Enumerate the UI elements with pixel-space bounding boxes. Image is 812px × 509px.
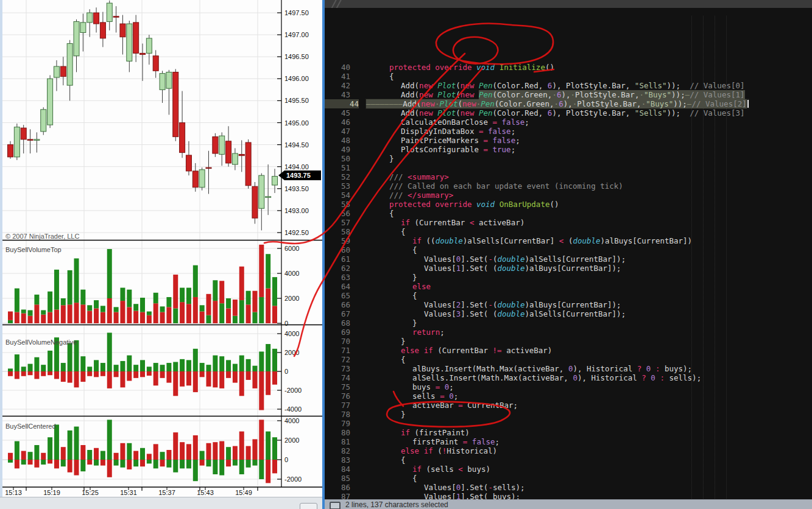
line-number[interactable]: 41 xyxy=(325,72,350,81)
code-line-42[interactable]: 42Add(new Plot(new Pen(Color.Red, 6), Pl… xyxy=(325,81,812,90)
code-line-62[interactable]: 62Values[1].Set( (double)alBuys[CurrentB… xyxy=(325,264,812,273)
line-number[interactable]: 53 xyxy=(325,181,350,191)
line-number[interactable]: 69 xyxy=(325,328,350,337)
code-line-55[interactable]: 55protected override void OnBarUpdate() xyxy=(325,200,812,209)
line-number[interactable]: 87 xyxy=(325,492,350,499)
line-number[interactable]: 55 xyxy=(325,200,350,209)
line-number[interactable]: 77 xyxy=(325,401,350,410)
code-line-47[interactable]: 47DisplayInDataBox = false; xyxy=(325,127,812,136)
code-line-68[interactable]: 68} xyxy=(325,318,812,328)
code-line-67[interactable]: 67Values[3].Set( (double)alSells[Current… xyxy=(325,309,812,318)
code-line-80[interactable]: 80if (firstPaint) xyxy=(325,428,812,437)
line-number[interactable]: 57 xyxy=(325,218,350,227)
code-line-64[interactable]: 64else xyxy=(325,282,812,291)
line-number[interactable]: 86 xyxy=(325,483,350,492)
line-number[interactable]: 54 xyxy=(325,191,350,200)
code-line-71[interactable]: 71else if (CurrentBar != activeBar) xyxy=(325,346,812,355)
line-number[interactable]: 76 xyxy=(325,391,350,401)
line-number[interactable]: 46 xyxy=(325,118,350,127)
line-number[interactable]: 75 xyxy=(325,382,350,391)
code-line-63[interactable]: 63} xyxy=(325,273,812,282)
code-line-82[interactable]: 82else if (!Historical) xyxy=(325,446,812,455)
line-number[interactable]: 64 xyxy=(325,282,350,291)
code-line-58[interactable]: 58{ xyxy=(325,227,812,236)
chart-window[interactable]: 1497.501497.001496.501496.001495.501495.… xyxy=(0,0,322,509)
code-line-87[interactable]: 87Values[1].Set( buys); xyxy=(325,492,812,499)
code-line-57[interactable]: 57if (CurrentBar < activeBar) xyxy=(325,218,812,227)
line-number[interactable]: 40 xyxy=(325,63,350,72)
code-line-78[interactable]: 78} xyxy=(325,410,812,419)
line-number[interactable]: 73 xyxy=(325,364,350,373)
line-number[interactable]: 56 xyxy=(325,209,350,218)
line-number[interactable]: 60 xyxy=(325,245,350,254)
line-number[interactable]: 50 xyxy=(325,154,350,163)
code-editor-window[interactable]: 40protected override void Initialize()41… xyxy=(325,0,812,509)
code-line-74[interactable]: 74alSells.Insert(Math.Max(activeBar, 0),… xyxy=(325,373,812,382)
code-line-50[interactable]: 50} xyxy=(325,154,812,163)
line-number[interactable]: 66 xyxy=(325,300,350,309)
line-number[interactable]: 58 xyxy=(325,227,350,236)
code-line-65[interactable]: 65{ xyxy=(325,291,812,300)
line-number[interactable]: 72 xyxy=(325,355,350,364)
code-line-45[interactable]: 45Add(new Plot(new Pen(Color.Red, 6), Pl… xyxy=(325,108,812,118)
line-number[interactable]: 85 xyxy=(325,474,350,483)
code-line-83[interactable]: 83{ xyxy=(325,455,812,465)
code-line-46[interactable]: 46CalculateOnBarClose = false; xyxy=(325,118,812,127)
code-line-59[interactable]: 59if ((double)alSells[CurrentBar] < (dou… xyxy=(325,236,812,245)
line-number[interactable]: 71 xyxy=(325,346,350,355)
code-line-72[interactable]: 72{ xyxy=(325,355,812,364)
line-number[interactable]: 74 xyxy=(325,373,350,382)
line-number[interactable]: 83 xyxy=(325,455,350,465)
line-number[interactable]: 61 xyxy=(325,254,350,264)
line-number[interactable]: 59 xyxy=(325,236,350,245)
line-number[interactable]: 45 xyxy=(325,108,350,118)
line-number[interactable]: 70 xyxy=(325,337,350,346)
code-line-73[interactable]: 73alBuys.Insert(Math.Max(activeBar, 0), … xyxy=(325,364,812,373)
code-line-81[interactable]: 81firstPaint = false; xyxy=(325,437,812,446)
partial-button[interactable] xyxy=(300,503,317,509)
line-number[interactable]: 84 xyxy=(325,465,350,474)
code-line-43[interactable]: 43Add(new Plot(new Pen(Color.Green,·6),·… xyxy=(325,90,812,99)
line-number[interactable]: 51 xyxy=(325,163,350,172)
line-number[interactable]: 65 xyxy=(325,291,350,300)
price-volume-chart[interactable]: 1497.501497.001496.501496.001495.501495.… xyxy=(0,0,322,497)
code-line-40[interactable]: 40protected override void Initialize() xyxy=(325,63,812,72)
code-line-49[interactable]: 49PlotsConfigurable = true; xyxy=(325,145,812,154)
code-line-79[interactable]: 79 xyxy=(325,419,812,428)
line-number[interactable]: 68 xyxy=(325,318,350,328)
code-lines[interactable]: 40protected override void Initialize()41… xyxy=(325,63,812,499)
line-number[interactable]: 43 xyxy=(325,90,350,99)
code-line-84[interactable]: 84if (sells < buys) xyxy=(325,465,812,474)
code-line-48[interactable]: 48PaintPriceMarkers = false; xyxy=(325,136,812,145)
code-line-51[interactable]: 51 xyxy=(325,163,812,172)
code-line-76[interactable]: 76sells = 0; xyxy=(325,391,812,401)
code-line-75[interactable]: 75buys = 0; xyxy=(325,382,812,391)
code-line-54[interactable]: 54/// </summary> xyxy=(325,191,812,200)
code-line-66[interactable]: 66Values[2].Set(-(double)alBuys[CurrentB… xyxy=(325,300,812,309)
line-number[interactable]: 67 xyxy=(325,309,350,318)
code-line-69[interactable]: 69return; xyxy=(325,328,812,337)
code-line-77[interactable]: 77activeBar = CurrentBar; xyxy=(325,401,812,410)
line-number[interactable]: 81 xyxy=(325,437,350,446)
line-number[interactable]: 47 xyxy=(325,127,350,136)
code-line-56[interactable]: 56{ xyxy=(325,209,812,218)
code-line-41[interactable]: 41{ xyxy=(325,72,812,81)
code-line-85[interactable]: 85{ xyxy=(325,474,812,483)
code-line-53[interactable]: 53/// Called on each bar update event (i… xyxy=(325,181,812,191)
line-number[interactable]: 49 xyxy=(325,145,350,154)
line-number[interactable]: 52 xyxy=(325,172,350,181)
line-number[interactable]: 80 xyxy=(325,428,350,437)
code-line-86[interactable]: 86Values[0].Set(-sells); xyxy=(325,483,812,492)
line-number[interactable]: 63 xyxy=(325,273,350,282)
line-number[interactable]: 44 xyxy=(325,99,359,108)
line-number[interactable]: 62 xyxy=(325,264,350,273)
code-line-60[interactable]: 60{ xyxy=(325,245,812,254)
code-editor[interactable]: 40protected override void Initialize()41… xyxy=(325,8,812,499)
code-line-61[interactable]: 61Values[0].Set(-(double)alSells[Current… xyxy=(325,254,812,264)
code-line-44[interactable]: 44————————Add(new·Plot(new·Pen(Color.Gre… xyxy=(325,99,812,108)
line-number[interactable]: 48 xyxy=(325,136,350,145)
code-line-70[interactable]: 70} xyxy=(325,337,812,346)
code-line-52[interactable]: 52/// <summary> xyxy=(325,172,812,181)
line-number[interactable]: 82 xyxy=(325,446,350,455)
line-number[interactable]: 42 xyxy=(325,81,350,90)
